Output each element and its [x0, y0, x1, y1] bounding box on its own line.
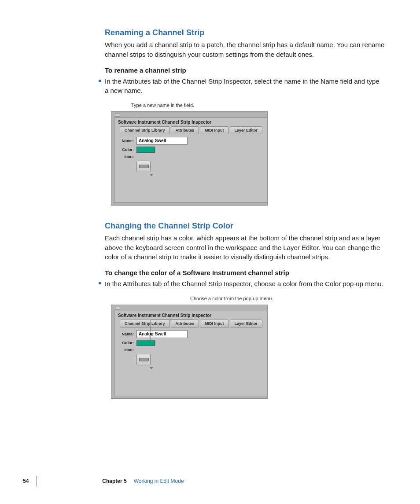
panel-title-2: Software Instrument Channel Strip Inspec… [114, 311, 267, 320]
callout-name: Type a new name in the field. [131, 103, 385, 109]
figure-rename: Type a new name in the field. Software I… [111, 103, 385, 206]
tab-attributes[interactable]: Attributes [171, 126, 199, 134]
bullet-rename-text: In the Attributes tab of the Channel Str… [105, 77, 385, 96]
label-name: Name: [121, 332, 134, 336]
name-field[interactable]: Analog Swell [136, 137, 188, 145]
callout-leader-color-h [151, 320, 193, 320]
bullet-color-text: In the Attributes tab of the Channel Str… [105, 279, 385, 289]
intro-renaming: When you add a channel strip to a patch,… [105, 40, 385, 59]
label-color: Color: [121, 147, 134, 152]
heading-color: Changing the Channel Strip Color [105, 221, 385, 231]
icon-disclosure[interactable] [150, 367, 153, 369]
footer-rule [37, 476, 37, 486]
callout-leader-name [135, 115, 135, 141]
heading-renaming: Renaming a Channel Strip [105, 28, 385, 37]
callout-leader-color-v [193, 308, 193, 320]
lead-rename: To rename a channel strip [105, 66, 385, 74]
panel-title-1: Software Instrument Channel Strip Inspec… [114, 118, 267, 126]
tab-midi-input[interactable]: MIDI Input [200, 126, 229, 134]
tab-layer-editor[interactable]: Layer Editor [230, 320, 263, 327]
icon-picker[interactable] [136, 161, 151, 172]
color-popup[interactable] [136, 147, 155, 153]
icon-picker[interactable] [136, 354, 151, 365]
page-footer: 54 Chapter 5 Working in Edit Mode [23, 476, 184, 486]
icon-disclosure[interactable] [150, 174, 153, 176]
label-color: Color: [121, 341, 134, 345]
lead-color: To change the color of a Software Instru… [105, 269, 385, 276]
callout-color: Choose a color from the pop-up menu. [190, 296, 385, 302]
tab-midi-input[interactable]: MIDI Input [200, 320, 229, 327]
label-icon: Icon: [121, 155, 134, 159]
tab-channel-strip-library[interactable]: Channel Strip Library [120, 320, 170, 327]
tab-channel-strip-library[interactable]: Channel Strip Library [120, 126, 170, 134]
label-name: Name: [121, 139, 134, 143]
chapter-title: Working in Edit Mode [134, 478, 184, 484]
page-number: 54 [23, 478, 29, 484]
callout-leader-color-v2 [151, 320, 151, 342]
screenshot-inspector-2: Software Instrument Channel Strip Inspec… [111, 305, 268, 399]
figure-color: Choose a color from the pop-up menu. Sof… [111, 296, 385, 399]
tab-attributes[interactable]: Attributes [171, 320, 199, 327]
bullet-rename: In the Attributes tab of the Channel Str… [100, 77, 385, 96]
label-icon: Icon: [121, 348, 134, 352]
tab-layer-editor[interactable]: Layer Editor [230, 126, 263, 134]
color-popup[interactable] [136, 340, 155, 346]
chapter-label: Chapter 5 [102, 478, 126, 484]
bullet-color: In the Attributes tab of the Channel Str… [100, 279, 385, 289]
name-field[interactable]: Analog Swell [136, 330, 188, 338]
window-handle [115, 114, 120, 117]
window-handle [115, 307, 120, 310]
intro-color: Each channel strip has a color, which ap… [105, 233, 385, 262]
